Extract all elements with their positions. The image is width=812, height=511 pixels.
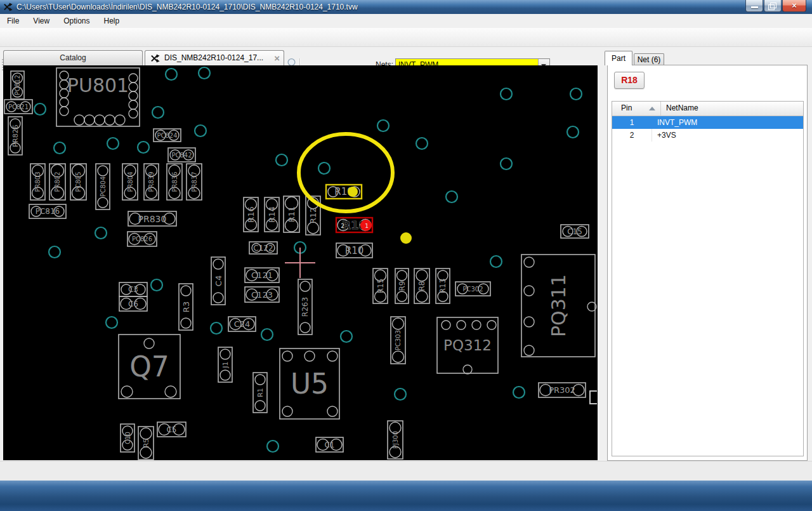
component-C10[interactable]: C10 [121, 424, 134, 452]
component-PR803[interactable]: PR803 [30, 164, 45, 200]
svg-text:C24: C24 [234, 319, 251, 329]
component-R18[interactable]: R1821 [336, 218, 372, 232]
component-PJ300[interactable]: PJ300 [388, 421, 403, 459]
component-R14[interactable]: R14 [265, 197, 279, 232]
tab-close-icon[interactable]: × [274, 51, 280, 65]
component-C3[interactable]: C3 [119, 282, 147, 296]
component-PC816[interactable]: PC816 [29, 204, 66, 218]
tab-catalog[interactable]: Catalog [3, 50, 143, 65]
component-C123[interactable]: C123 [245, 287, 279, 302]
component-R1[interactable]: R1 [253, 373, 267, 413]
component-R10[interactable]: R10 [336, 243, 372, 258]
svg-text:PC805: PC805 [75, 171, 82, 192]
component-PC303[interactable]: PC303 [391, 317, 405, 364]
component-R19[interactable]: R19 [326, 185, 362, 199]
component-PC302[interactable]: PC302 [455, 282, 490, 296]
column-netname[interactable]: NetName [661, 102, 803, 116]
menu-help[interactable]: Help [97, 14, 127, 28]
component-C1[interactable]: C1 [316, 437, 343, 452]
minimize-button[interactable] [745, 0, 763, 12]
svg-text:PR837: PR837 [191, 171, 198, 192]
app-icon [4, 3, 13, 11]
window-bottom-strip [0, 461, 812, 481]
cell-netname: +3VS [652, 129, 803, 142]
menu-view[interactable]: View [26, 14, 56, 28]
component-C121[interactable]: C121 [245, 268, 279, 282]
svg-text:R13: R13 [438, 279, 447, 294]
component-R5[interactable]: R5 [138, 427, 154, 460]
component-PR802[interactable]: PR802 [49, 164, 65, 200]
component-C6[interactable]: C6 [119, 296, 147, 311]
table-row[interactable]: 1INVT_PWM [612, 116, 803, 129]
column-pin[interactable]: Pin [612, 102, 661, 116]
svg-text:PR302: PR302 [549, 385, 575, 395]
component-PQ312[interactable]: PQ312 [437, 317, 498, 374]
component-R11[interactable]: R11 [284, 196, 299, 232]
component-C122[interactable]: C122 [249, 242, 277, 254]
component-R15[interactable]: R15 [373, 269, 388, 303]
menu-options[interactable]: Options [56, 14, 96, 28]
component-R9[interactable]: R9 [395, 269, 409, 303]
svg-text:PR804: PR804 [127, 171, 134, 192]
component-PR826[interactable]: PR826 [8, 117, 22, 155]
selected-part-badge[interactable]: R18 [614, 72, 645, 89]
component-PR836[interactable]: PR836 [167, 164, 182, 200]
component-C24[interactable]: C24 [228, 317, 256, 331]
menu-bar: FileViewOptionsHelp [0, 14, 812, 28]
component-PC824[interactable]: PC824 [154, 129, 181, 142]
svg-text:C10: C10 [124, 432, 131, 444]
component-PQ311[interactable]: PQ311 [521, 255, 596, 357]
svg-text:PQ312: PQ312 [443, 337, 492, 354]
component-PC805[interactable]: PC805 [70, 164, 86, 200]
svg-text:1: 1 [365, 223, 369, 229]
tab-part[interactable]: Part [605, 51, 632, 65]
component-U5[interactable]: U5 [280, 348, 339, 419]
svg-text:R3: R3 [181, 302, 191, 312]
svg-text:R14: R14 [267, 206, 277, 223]
component-PR830[interactable]: PR830 [128, 211, 176, 226]
tab-net[interactable]: Net (6) [634, 53, 664, 65]
component-R13[interactable]: R13 [436, 269, 450, 303]
cell-netname: INVT_PWM [652, 116, 803, 129]
svg-text:R11: R11 [287, 206, 296, 223]
component-PR837[interactable]: PR837 [187, 164, 202, 200]
component-J1[interactable]: J1 [218, 347, 232, 382]
component-C4[interactable]: C4 [211, 257, 225, 305]
board-view[interactable]: PC812PC821PR826PU801PC824PC842PR803PR802… [3, 65, 598, 460]
svg-text:R10: R10 [345, 245, 364, 256]
component-R263[interactable]: R263 [298, 279, 312, 335]
pcb-canvas[interactable]: PC812PC821PR826PU801PC824PC842PR803PR802… [3, 65, 598, 460]
component-R3[interactable]: R3 [179, 284, 193, 330]
table-header[interactable]: Pin NetName [612, 102, 803, 116]
component-PC826[interactable]: PC826 [128, 232, 157, 246]
component-C5[interactable]: C5 [157, 422, 186, 437]
component-PU801[interactable]: PU801 [56, 68, 140, 126]
component-R16[interactable]: R16 [244, 197, 258, 232]
tab-document[interactable]: DIS_NMB242R10-0124_17... × [145, 50, 284, 65]
component-PC812[interactable]: PC812 [11, 71, 24, 99]
part-panel: R18 Pin NetName 1INVT_PWM2+3VS [607, 65, 808, 461]
svg-text:PR830: PR830 [138, 214, 167, 224]
svg-text:PC842: PC842 [171, 152, 192, 159]
svg-text:C121: C121 [251, 270, 273, 280]
component-PC842[interactable]: PC842 [168, 148, 195, 162]
component-PR804[interactable]: PR804 [122, 164, 138, 200]
menu-file[interactable]: File [0, 14, 26, 28]
component-PC804[interactable]: PC804 [96, 164, 110, 209]
component-PR302[interactable]: PR302 [539, 383, 586, 397]
component-Q7[interactable]: Q7 [119, 335, 180, 399]
svg-text:PR826: PR826 [11, 124, 20, 147]
component-R8[interactable]: R8 [414, 269, 429, 303]
svg-text:PR836: PR836 [171, 171, 178, 192]
table-row[interactable]: 2+3VS [612, 129, 803, 142]
svg-text:PC821: PC821 [8, 103, 29, 110]
restore-button[interactable] [764, 0, 782, 12]
component-C15[interactable]: C15 [561, 225, 589, 238]
svg-text:C123: C123 [251, 290, 273, 300]
close-button[interactable]: × [782, 0, 806, 12]
minimize-icon [751, 6, 758, 8]
svg-text:R5: R5 [142, 439, 150, 448]
cell-pin: 2 [612, 129, 652, 142]
component-PR839[interactable]: PR839 [144, 164, 159, 200]
component-PC821[interactable]: PC821 [4, 100, 32, 114]
